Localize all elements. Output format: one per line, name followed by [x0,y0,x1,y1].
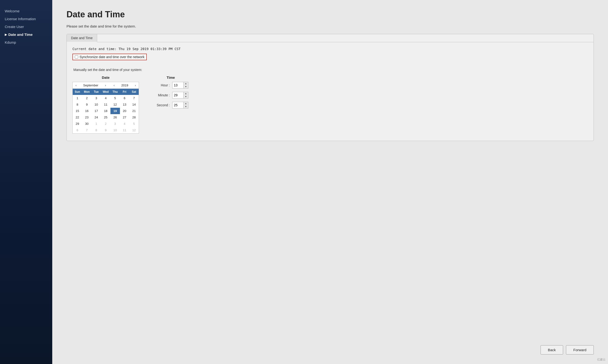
cal-day[interactable]: 20 [120,108,129,114]
hour-up-btn[interactable]: ▲ [184,82,188,85]
minute-down-btn[interactable]: ▼ [184,95,188,98]
page-subtitle: Please set the date and time for the sys… [67,24,594,28]
sidebar: WelcomeLicense InformationCreate User▶Da… [0,0,52,364]
second-input[interactable] [172,102,183,108]
current-datetime: Current date and time: Thu 19 Sep 2019 0… [72,47,588,51]
hour-row: Hour : ▲ ▼ [153,82,188,89]
cal-year: 2019 [121,84,128,87]
cal-day[interactable]: 29 [73,120,82,127]
sync-row: Synchronize date and time over the netwo… [72,54,147,60]
cal-day[interactable]: 7 [129,95,139,101]
hour-spinners: ▲ ▼ [183,82,188,88]
cal-day: 3 [110,120,120,127]
cal-header-fri: Fri [120,89,129,95]
hour-down-btn[interactable]: ▼ [184,85,188,88]
cal-day[interactable]: 2 [82,95,92,101]
cal-day[interactable]: 17 [92,108,101,114]
sidebar-arrow-icon: ▶ [5,33,7,36]
cal-day[interactable]: 21 [129,108,139,114]
current-dt-value: Thu 19 Sep 2019 01:33:39 PM CST [119,47,180,51]
sidebar-item-license[interactable]: License Information [0,15,52,23]
cal-day: 6 [73,127,82,133]
time-section-title: Time [153,76,188,79]
cal-day[interactable]: 3 [92,95,101,101]
cal-header-thu: Thu [110,89,120,95]
watermark: 亿建云 [597,358,606,362]
sidebar-item-label: Welcome [5,9,19,13]
prev-month-btn[interactable]: ‹ [75,84,77,87]
manually-label: Manually set the date and time of your s… [73,68,588,72]
sidebar-item-create-user[interactable]: Create User [0,23,52,31]
hour-label: Hour : [153,83,170,87]
forward-button[interactable]: Forward [566,345,594,354]
sidebar-item-label: Create User [5,25,24,29]
back-button[interactable]: Back [540,345,563,354]
sidebar-item-kdump[interactable]: Kdump [0,39,52,46]
current-dt-label: Current date and time: [72,47,116,51]
cal-day[interactable]: 1 [73,95,82,101]
second-input-wrap: ▲ ▼ [172,102,188,108]
cal-day: 5 [129,120,139,127]
minute-row: Minute : ▲ ▼ [153,92,188,98]
cal-day[interactable]: 24 [92,114,101,120]
cal-day[interactable]: 26 [110,114,120,120]
cal-day[interactable]: 10 [92,101,101,108]
cal-day[interactable]: 11 [101,101,110,108]
cal-day[interactable]: 30 [82,120,92,127]
prev-year-btn[interactable]: ‹ [113,84,115,87]
second-up-btn[interactable]: ▲ [184,102,188,105]
cal-day: 1 [92,120,101,127]
cal-day[interactable]: 5 [110,95,120,101]
hour-input-wrap: ▲ ▼ [172,82,188,89]
cal-day[interactable]: 27 [120,114,129,120]
cal-day[interactable]: 6 [120,95,129,101]
hour-input[interactable] [172,82,183,88]
cal-day[interactable]: 22 [73,114,82,120]
cal-grid: SunMonTueWedThuFriSat1234567891011121314… [73,89,139,133]
sidebar-item-date-time[interactable]: ▶Date and Time [0,31,52,39]
bottom-bar: Back Forward [540,345,594,354]
main-content: Date and Time Please set the date and ti… [52,0,608,364]
sidebar-item-label: Date and Time [8,33,33,37]
cal-day[interactable]: 12 [110,101,120,108]
cal-day[interactable]: 15 [73,108,82,114]
cal-day[interactable]: 9 [82,101,92,108]
calendar: ‹ September › ‹ 2019 › SunMonTueWedThuFr… [72,82,139,134]
cal-header-mon: Mon [82,89,92,95]
second-down-btn[interactable]: ▼ [184,105,188,108]
cal-day[interactable]: 25 [101,114,110,120]
cal-day[interactable]: 16 [82,108,92,114]
minute-up-btn[interactable]: ▲ [184,92,188,95]
cal-day[interactable]: 13 [120,101,129,108]
dt-grid: Date ‹ September › ‹ 2019 › [72,76,588,134]
cal-day: 7 [82,127,92,133]
minute-label: Minute : [153,93,170,97]
cal-day[interactable]: 19 [110,108,120,114]
cal-day: 10 [110,127,120,133]
cal-day: 4 [120,120,129,127]
minute-input[interactable] [172,92,183,98]
cal-day[interactable]: 18 [101,108,110,114]
sidebar-item-welcome[interactable]: Welcome [0,7,52,15]
cal-header-sat: Sat [129,89,139,95]
cal-nav: ‹ September › ‹ 2019 › [73,82,139,89]
cal-day[interactable]: 28 [129,114,139,120]
tab-date-time[interactable]: Date and Time [67,34,97,42]
next-month-btn[interactable]: › [104,84,107,87]
cal-day[interactable]: 23 [82,114,92,120]
sidebar-item-label: License Information [5,17,36,21]
cal-month: September [83,84,98,87]
next-year-btn[interactable]: › [134,84,137,87]
cal-header-wed: Wed [101,89,110,95]
cal-day[interactable]: 4 [101,95,110,101]
sidebar-item-label: Kdump [5,40,16,44]
minute-spinners: ▲ ▼ [183,92,188,98]
sync-checkbox[interactable] [75,55,78,59]
cal-day[interactable]: 8 [73,101,82,108]
cal-header-sun: Sun [73,89,82,95]
cal-day[interactable]: 14 [129,101,139,108]
date-section-title: Date [72,76,139,79]
sync-label[interactable]: Synchronize date and time over the netwo… [80,55,144,59]
page-title: Date and Time [67,10,594,19]
cal-day: 2 [101,120,110,127]
